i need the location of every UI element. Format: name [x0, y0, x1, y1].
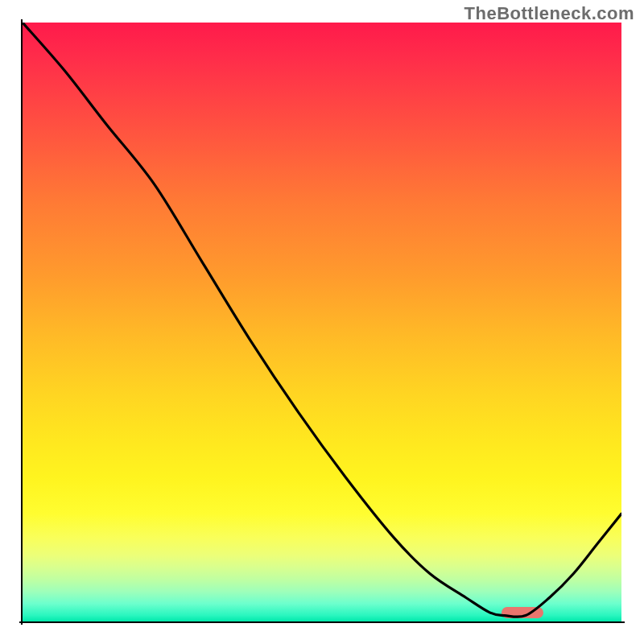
watermark-text: TheBottleneck.com [464, 3, 634, 24]
x-axis [19, 621, 625, 623]
bottleneck-curve [23, 23, 621, 621]
plot-area [23, 23, 621, 621]
